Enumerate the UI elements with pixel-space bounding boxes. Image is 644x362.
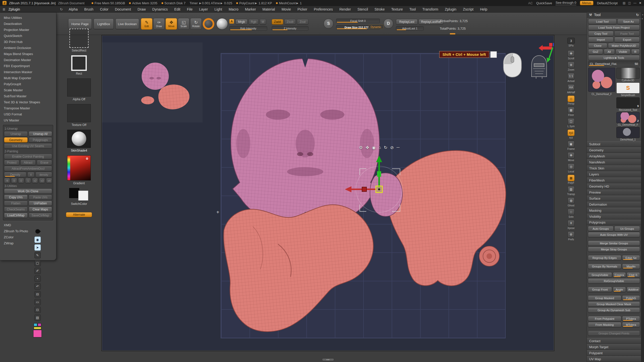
- zplugin-menu-item[interactable]: UV Master: [0, 117, 56, 123]
- tool-section-header[interactable]: Masking: [587, 208, 641, 213]
- density-value-button[interactable]: density: [35, 172, 52, 177]
- tool-section-header[interactable]: Thick Skin: [587, 165, 641, 171]
- current-brush-icon[interactable]: [203, 18, 214, 30]
- tool-section-header[interactable]: FiberMesh: [587, 177, 641, 183]
- menu-item[interactable]: Color: [97, 7, 111, 12]
- note-icon[interactable]: ▤: [34, 314, 41, 321]
- alternate-button[interactable]: Alternate: [66, 212, 92, 217]
- right-shelf-button[interactable]: ▨ Transp: [567, 186, 575, 196]
- snapshot-icon[interactable]: ⊡: [34, 307, 41, 313]
- rect-icon[interactable]: ▢: [34, 260, 41, 266]
- load-tools-from-project-button[interactable]: Load Tools From Project: [588, 25, 640, 30]
- polygroups-button[interactable]: GroupVisible: [588, 272, 612, 278]
- mode-button[interactable]: ✥ Move: [166, 18, 177, 30]
- unwrap-button[interactable]: Unwrap: [4, 131, 28, 137]
- default-zscript-button[interactable]: DefaultZScript: [597, 1, 618, 5]
- menu-item[interactable]: Movie: [278, 7, 294, 12]
- menu-item[interactable]: Brush: [81, 7, 97, 12]
- right-shelf-button[interactable]: ⚙ Prefs: [568, 231, 575, 241]
- density-multiplier-button[interactable]: /3: [11, 178, 17, 183]
- right-shelf-button[interactable]: ◍ Ghost: [568, 197, 575, 207]
- rgb-button[interactable]: Rgb: [249, 19, 259, 25]
- mode-button[interactable]: ✑ Draw: [153, 18, 165, 30]
- zplugin-menu-item[interactable]: Deactivation: [0, 21, 56, 27]
- menu-item[interactable]: Light: [211, 7, 225, 12]
- export-button[interactable]: Export: [614, 37, 640, 42]
- zplugin-menu-item[interactable]: ZColor: [0, 234, 56, 240]
- right-shelf-button[interactable]: ⊕ Zoom: [568, 62, 575, 71]
- current-material-icon[interactable]: [216, 18, 228, 30]
- tool-section-header[interactable]: ArrayMesh: [587, 153, 641, 159]
- rgb-intensity-slider[interactable]: Rgb Intensity: [229, 26, 267, 31]
- polygroups-button[interactable]: Angle: [613, 287, 626, 292]
- spix-control[interactable]: 3 SPix: [567, 38, 575, 47]
- tool-section-header[interactable]: Deformation: [587, 202, 641, 207]
- work-on-clone-button[interactable]: Work On Clone: [4, 189, 52, 194]
- reset-orientation-icon[interactable]: ↻: [384, 145, 387, 150]
- density-multiplier-button[interactable]: 1: [25, 178, 31, 183]
- replay-last-button[interactable]: ReplayLast: [396, 19, 418, 25]
- sticky-icon[interactable]: ◉: [372, 145, 376, 150]
- tool-section-header[interactable]: Layers: [587, 171, 641, 177]
- polygroups-button[interactable]: Regroup By Edges: [588, 255, 621, 260]
- polygroups-button[interactable]: From Polypaint: [588, 316, 621, 321]
- use-existing-uv-seams-button[interactable]: Use Existing UV Seams: [4, 143, 52, 149]
- brush-icon[interactable]: ✎: [34, 252, 41, 258]
- mode-button[interactable]: ↻ Rotate: [190, 18, 202, 30]
- attract-from-ambient-occlusion-button[interactable]: AttractFromAmbientOccl: [4, 166, 52, 171]
- menu-item[interactable]: Tool: [406, 7, 419, 12]
- polygroups-button[interactable]: PTolera: [622, 316, 640, 321]
- texture-slot-icon[interactable]: [67, 104, 91, 122]
- live-boolean-button[interactable]: Live Boolean: [115, 19, 139, 29]
- m-button[interactable]: M: [260, 19, 266, 25]
- hue-strip[interactable]: [67, 156, 70, 180]
- dock-expand-icon[interactable]: ▸: [642, 17, 643, 20]
- menu-item[interactable]: Edit: [171, 7, 184, 12]
- palette-cycle-icon[interactable]: ↻: [60, 7, 63, 11]
- enable-control-painting-button[interactable]: Enable Control Painting: [4, 154, 52, 159]
- minimize-icon[interactable]: —: [633, 1, 636, 5]
- zplugin-menu-item[interactable]: Intersection Masker: [0, 69, 56, 75]
- see-through-slider[interactable]: See-through 0: [555, 1, 576, 5]
- density-multiplier-button[interactable]: /4: [4, 178, 10, 183]
- menu-item[interactable]: Transform: [419, 7, 441, 12]
- zcut-button[interactable]: Zcut: [297, 19, 308, 25]
- zplugin-menu-item[interactable]: Projection Master: [0, 27, 56, 33]
- pin-icon[interactable]: [34, 228, 41, 234]
- mode-button[interactable]: ◱ Scale: [178, 18, 189, 30]
- lightbox-button[interactable]: LightBox: [94, 19, 114, 29]
- polygroups-toggle[interactable]: Polygroups: [29, 137, 52, 143]
- polygroups-button[interactable]: ReGroupVisible: [588, 278, 640, 284]
- density-x-button[interactable]: X: [27, 172, 34, 177]
- unflatten-button[interactable]: UnFlatten: [29, 201, 52, 206]
- dot-icon[interactable]: •: [34, 276, 41, 282]
- dock-collapse-icon[interactable]: ◂: [642, 13, 643, 16]
- menu-item[interactable]: Marker: [242, 7, 259, 12]
- zplugin-menu-item[interactable]: Decimation Master: [0, 57, 56, 63]
- tool-thumbnail[interactable]: 9: [616, 97, 640, 108]
- zplugin-menu-item[interactable]: Ambient Occlusion: [0, 45, 56, 51]
- zplugin-menu-item[interactable]: FBX ExportImport: [0, 63, 56, 69]
- right-shelf-button[interactable]: ◇ Persp: [568, 96, 575, 105]
- goz-r-button[interactable]: R: [631, 49, 640, 54]
- focal-shift-slider[interactable]: Focal Shift 0: [336, 19, 380, 23]
- selectrect-stroke-icon[interactable]: [69, 29, 89, 48]
- timeline-marker[interactable]: [450, 33, 455, 34]
- menu-item[interactable]: Zscript: [460, 7, 477, 12]
- zplugin-menu-item[interactable]: PolyGroupIt: [0, 81, 56, 87]
- tool-section-header[interactable]: Surface: [587, 196, 641, 201]
- zplugin-menu-item[interactable]: USD Format: [0, 111, 56, 117]
- quicksave-button[interactable]: QuickSave: [536, 1, 552, 5]
- tool-section-header[interactable]: Geometry HD: [587, 184, 641, 189]
- tool-thumbnail[interactable]: 2: [616, 112, 640, 123]
- palette-cycle-icon[interactable]: ↻: [636, 13, 639, 17]
- monitor-icon[interactable]: ▭: [34, 299, 41, 305]
- geometry-toggle[interactable]: Geometry: [4, 137, 28, 143]
- tool-thumbnail[interactable]: S: [616, 82, 640, 94]
- polygroups-button[interactable]: Edge Se: [622, 255, 640, 260]
- customize-icon[interactable]: ✥: [366, 145, 369, 150]
- menu-item[interactable]: Help: [477, 7, 491, 12]
- horizontal-scrollbar[interactable]: ◂▸: [101, 358, 554, 361]
- tool-section-header[interactable]: NanoMesh: [587, 159, 641, 165]
- protect-button[interactable]: Protect: [4, 160, 19, 165]
